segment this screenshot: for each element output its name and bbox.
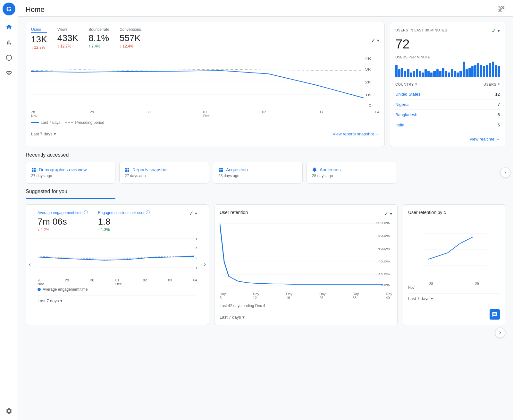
country-row[interactable]: Nigeria7 (395, 99, 500, 110)
users-col-header[interactable]: USERS ▾ (484, 82, 500, 86)
realtime-bar (489, 63, 491, 77)
date-selector-label: Last 7 days (31, 132, 53, 136)
metric-views[interactable]: Views 433K 12.7% (57, 27, 78, 50)
engagement-top: Average engagement time ⓘ 7m 06s 2.2% (38, 210, 197, 232)
realtime-bar (410, 73, 412, 77)
metrics-bar: Users 13K 12.3% Views 433K 12.7% Bounce … (31, 27, 141, 50)
realtime-bar (404, 71, 406, 77)
sessions-per-user-info-icon[interactable]: ⓘ (146, 210, 150, 215)
recent-card-acquisition-label: Acquisition (226, 167, 248, 172)
sidebar-item-home[interactable] (3, 21, 15, 33)
metric-conversions-change: 12.4% (120, 44, 141, 48)
engagement-check-dropdown[interactable]: ✓ ▾ (189, 210, 197, 217)
realtime-bar (445, 71, 447, 77)
recent-card-demographics-title: Demographics overview (31, 167, 110, 172)
cohort-date-selector[interactable]: Last 7 days ▾ (408, 296, 433, 301)
recently-accessed-section: Recently accessed Demographics overview … (26, 152, 505, 184)
suggested-carousel-next[interactable] (495, 328, 505, 338)
realtime-bar (451, 69, 453, 77)
engagement-date-selector[interactable]: Last 7 days ▾ (38, 298, 63, 303)
retention-cohort-chart (408, 218, 500, 282)
recent-card-reports-time: 27 days ago (125, 174, 204, 178)
realtime-bar (427, 71, 430, 77)
engagement-prev-button[interactable] (26, 261, 34, 269)
metric-users[interactable]: Users 13K 12.3% (31, 27, 47, 50)
engagement-metrics: Average engagement time ⓘ 7m 06s 2.2% (38, 210, 150, 232)
overview-chart-legend: Last 7 days Preceding period (31, 120, 379, 125)
country-count: 12 (495, 92, 500, 97)
country-col-header[interactable]: COUNTRY ▾ (395, 82, 417, 86)
date-selector[interactable]: Last 7 days ▾ (31, 132, 56, 136)
retention-date-arrow: ▾ (242, 315, 245, 320)
sidebar: G (0, 0, 18, 420)
retention-card-header: User retention ✓ ▾ (220, 210, 392, 218)
carousel-next-button[interactable] (500, 167, 510, 178)
metric-views-change: 12.7% (57, 44, 78, 48)
sidebar-item-explore[interactable] (3, 51, 15, 64)
overview-check-dropdown[interactable]: ✓ ▾ (371, 37, 379, 44)
svg-text:100.0%: 100.0% (376, 221, 390, 225)
country-row[interactable]: India6 (395, 120, 500, 130)
realtime-card-header: USERS IN LAST 30 MINUTES ✓ ▾ (395, 27, 500, 34)
realtime-bar (425, 69, 427, 77)
sidebar-item-settings[interactable] (3, 405, 15, 417)
country-sort-icon: ▾ (415, 82, 417, 86)
compare-icon[interactable] (498, 5, 505, 14)
retention-chart: 100.0% 80.0% 60.0% 40.0% 20.0% 0.0% (220, 220, 392, 291)
recent-card-audiences-label: Audiences (320, 167, 341, 172)
recent-card-reports[interactable]: Reports snapshot 27 days ago (119, 162, 209, 184)
retention-check-dropdown[interactable]: ✓ ▾ (384, 210, 392, 217)
country-name: India (395, 123, 404, 127)
metric-bounce[interactable]: Bounce rate 8.1% 7.4% (88, 27, 109, 50)
legend-preceding-label: Preceding period (75, 120, 104, 125)
app-logo[interactable]: G (3, 3, 15, 15)
country-count: 7 (498, 102, 500, 107)
realtime-bar (498, 66, 500, 77)
recent-card-demographics-time: 27 days ago (31, 174, 110, 178)
chat-icon-button[interactable] (490, 309, 500, 320)
page-header: Home (18, 0, 513, 17)
metric-views-value: 433K (57, 33, 78, 43)
country-rows: United States12Nigeria7Bangladesh6India6 (395, 89, 500, 130)
realtime-bar (395, 65, 398, 77)
country-row[interactable]: Bangladesh6 (395, 110, 500, 120)
retention-cohort-card: User retention by c 2829 (403, 204, 505, 325)
country-row[interactable]: United States12 (395, 89, 500, 99)
retention-card: User retention ✓ ▾ 100.0% 80.0% 60.0% (214, 204, 398, 325)
users-sort-icon: ▾ (498, 82, 500, 86)
suggested-tab-bar (26, 198, 115, 199)
view-realtime-link[interactable]: View realtime → (469, 137, 500, 141)
view-reports-label: View reports snapshot (333, 132, 374, 136)
view-realtime-label: View realtime (469, 137, 494, 141)
realtime-bar (439, 71, 442, 77)
realtime-bar (471, 66, 474, 77)
engagement-legend-dot (38, 288, 41, 291)
retention-date-selector[interactable]: Last 7 days ▾ (220, 315, 245, 320)
avg-engagement-label: Average engagement time ⓘ (38, 210, 88, 215)
recent-card-audiences[interactable]: Audiences 28 days ago (307, 162, 396, 184)
country-name: Nigeria (395, 102, 408, 107)
realtime-check-dropdown[interactable]: ✓ ▾ (492, 27, 500, 34)
recent-card-acquisition[interactable]: Acquisition 28 days ago (213, 162, 303, 184)
realtime-bar (433, 71, 435, 77)
cohort-date-label: Last 7 days (408, 296, 430, 301)
recent-card-demographics[interactable]: Demographics overview 27 days ago (26, 162, 115, 184)
sidebar-item-advertising[interactable] (3, 67, 15, 80)
realtime-bar (468, 68, 471, 77)
svg-text:2K: 2K (365, 81, 371, 84)
svg-text:4K: 4K (365, 57, 371, 61)
country-count: 6 (498, 123, 500, 127)
legend-preceding: Preceding period (65, 120, 104, 125)
recent-cards: Demographics overview 27 days ago Report… (26, 162, 505, 184)
sidebar-item-reports[interactable] (3, 36, 15, 49)
engagement-next-button[interactable] (201, 261, 209, 269)
realtime-bar (442, 68, 444, 77)
avg-engagement-info-icon[interactable]: ⓘ (84, 210, 88, 215)
metric-views-label: Views (57, 27, 78, 32)
view-reports-link[interactable]: View reports snapshot → (333, 132, 379, 136)
legend-dashed-line (65, 122, 73, 123)
realtime-bar (422, 73, 424, 77)
metric-conversions[interactable]: Conversions 557K 12.4% (120, 27, 141, 50)
realtime-bar (448, 73, 450, 77)
svg-text:1K: 1K (365, 93, 371, 97)
